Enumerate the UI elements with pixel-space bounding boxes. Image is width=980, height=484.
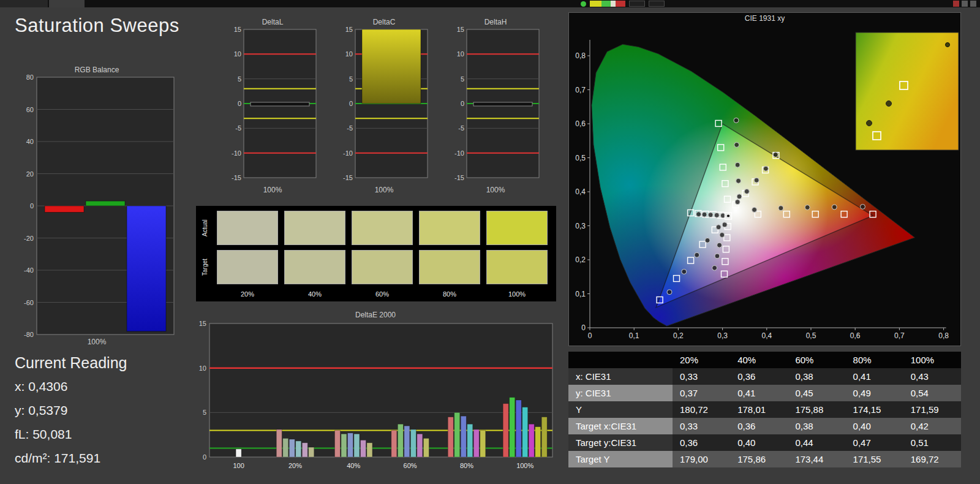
swatch-row-label: Target: [198, 250, 211, 284]
inset-measured-marker: [886, 101, 892, 107]
deltae-bar: [309, 447, 314, 457]
table-cell: 0,43: [903, 368, 961, 385]
table-cell: 0,45: [788, 385, 845, 401]
measured-marker: [702, 212, 707, 217]
measured-marker: [735, 162, 740, 167]
axis-label: 0,6: [850, 331, 861, 340]
axis-label: 0,4: [761, 331, 772, 340]
record-icon[interactable]: [953, 1, 959, 7]
cie-diagram-plot: 00,10,20,30,40,50,60,70,800,10,20,30,40,…: [569, 24, 960, 345]
measured-marker: [752, 207, 757, 212]
deltae-bar: [448, 417, 453, 457]
axis-label: 0,3: [575, 222, 586, 230]
table-cell: 0,51: [903, 434, 961, 451]
toolbar-tab-2[interactable]: [49, 0, 85, 7]
column-header: 80%: [846, 352, 903, 368]
measured-marker: [735, 200, 740, 205]
chart-title: DeltaL: [227, 17, 318, 27]
swatch-actual-40%: [284, 211, 345, 245]
deltae-bar: [334, 430, 340, 457]
zoom-inset: [856, 32, 959, 150]
axis-label: 80: [26, 75, 34, 81]
signal-levels-icon[interactable]: [590, 1, 625, 7]
axis-label: -10: [232, 149, 241, 157]
measurement-table: 20%40%60%80%100%x: CIE310,330,360,380,41…: [568, 352, 961, 467]
meter-status-icon[interactable]: [581, 1, 586, 7]
swatch-actual-80%: [419, 211, 480, 245]
deltae-bar: [461, 416, 466, 457]
axis-label: -60: [24, 299, 34, 306]
swatch-col-label: 60%: [352, 289, 413, 300]
axis-label: -40: [24, 267, 34, 274]
measured-marker: [716, 225, 721, 230]
axis-label: 5: [203, 409, 206, 416]
rgb-bar-green: [86, 201, 125, 206]
axis-label: 0: [238, 100, 241, 107]
delta-plot: -15-10-5051015: [450, 27, 541, 183]
axis-label: 20: [26, 170, 34, 178]
axis-label: 60: [26, 106, 34, 113]
axis-label: 0,5: [806, 331, 816, 340]
measured-marker: [754, 178, 759, 183]
delta-bar: [362, 29, 421, 104]
table-cell: 169,72: [903, 451, 961, 467]
table-cell: 0,33: [673, 368, 730, 385]
measured-marker: [695, 252, 699, 257]
measurement-table-panel: 20%40%60%80%100%x: CIE310,330,360,380,41…: [568, 352, 961, 467]
chart-title: DeltaC: [338, 17, 430, 27]
deltae-bar: [283, 438, 288, 457]
axis-label: 0: [30, 202, 34, 210]
axis-label: -15: [232, 174, 241, 181]
deltae-group-label: 80%: [460, 462, 473, 469]
column-header: 40%: [730, 352, 788, 368]
deltae-bar: [410, 429, 416, 457]
measured-marker: [714, 213, 719, 217]
deltae-bar: [341, 434, 347, 457]
cie-diagram-panel: CIE 1931 xy 00,10,20,30,40,50,60,70,800,…: [568, 12, 961, 346]
table-row: x: CIE310,330,360,380,410,43: [568, 368, 961, 385]
swatch-actual-100%: [486, 211, 548, 245]
rgb-bar-blue: [127, 206, 166, 331]
deltae-bar: [423, 438, 429, 457]
deltae-group-label: 20%: [288, 462, 302, 469]
window-icon-1[interactable]: [962, 1, 968, 7]
row-label: Target x:CIE31: [568, 418, 673, 434]
current-reading-panel: Current Reading x: 0,4306y: 0,5379fL: 50…: [15, 354, 127, 475]
axis-label: 0,8: [575, 51, 586, 60]
column-header: 20%: [673, 352, 730, 368]
delta-charts-row: DeltaL-15-10-5051015100%DeltaC-15-10-505…: [227, 17, 541, 195]
table-cell: 0,41: [730, 385, 788, 401]
axis-label: 0,2: [673, 331, 684, 340]
deltae2000-title: DeltaE 2000: [195, 310, 556, 320]
measured-marker: [734, 142, 739, 147]
window-icon-2[interactable]: [970, 1, 976, 7]
toolbar-tab-1[interactable]: [0, 0, 48, 7]
axis-label: 0: [581, 323, 586, 332]
swatch-target-100%: [486, 250, 548, 284]
deltae-bar: [302, 443, 307, 457]
column-header: [568, 352, 673, 368]
toolbar-panel-icon-2[interactable]: [649, 1, 665, 7]
delta-plot: -15-10-5051015: [338, 27, 430, 183]
deltae-bar: [391, 430, 397, 457]
table-row: Target x:CIE310,330,360,380,400,42: [568, 418, 961, 434]
row-label: Target Y: [568, 451, 673, 467]
axis-label: 0,8: [938, 331, 949, 340]
axis-label: 5: [461, 75, 464, 83]
swatch-col-label: 100%: [486, 289, 548, 300]
delta-chart-deltac: DeltaC-15-10-5051015100%: [338, 17, 430, 195]
axis-label: 10: [234, 50, 241, 58]
swatch-actual-60%: [352, 211, 413, 245]
measured-marker: [708, 213, 713, 217]
deltae-bar: [541, 417, 547, 457]
deltae-bar: [296, 441, 301, 457]
toolbar-panel-icon-1[interactable]: [629, 1, 645, 7]
deltae-bar: [522, 407, 528, 457]
measured-marker: [734, 118, 739, 123]
delta-plot: -15-10-5051015: [227, 27, 318, 183]
reading-y: y: 0,5379: [15, 403, 127, 418]
axis-label: 0,1: [575, 290, 586, 298]
axis-label: 15: [345, 27, 353, 33]
table-cell: 179,00: [673, 451, 730, 467]
axis-label: -10: [343, 149, 353, 157]
